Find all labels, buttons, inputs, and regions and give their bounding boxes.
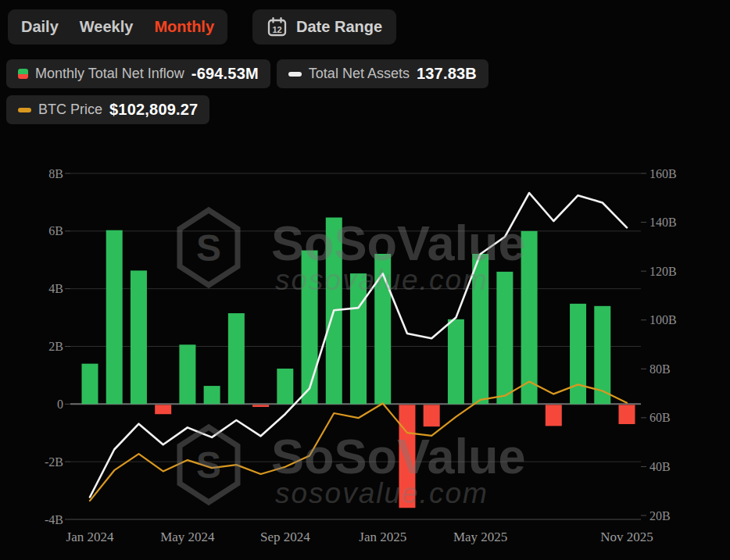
watermark-site: sosovalue.com (275, 264, 488, 296)
net-inflow-bar[interactable] (424, 405, 440, 426)
green-red-bar-icon (18, 69, 28, 79)
chart-legend: Monthly Total Net Inflow -694.53M Total … (6, 59, 488, 124)
cube-letter: S (196, 227, 221, 269)
x-axis-label: Jan 2024 (66, 530, 114, 544)
x-axis-label: May 2024 (160, 530, 215, 544)
legend-label: BTC Price (38, 102, 102, 118)
watermark-brand: SoSoValue (271, 216, 526, 270)
x-axis-label: Jan 2025 (359, 530, 406, 544)
net-inflow-bar[interactable] (252, 405, 269, 407)
net-inflow-bar[interactable] (277, 369, 293, 404)
right-axis-label: 20B (649, 509, 671, 523)
right-axis-label: 60B (649, 411, 671, 424)
net-inflow-bar[interactable] (179, 344, 195, 404)
left-axis-label: 0 (57, 398, 63, 411)
net-inflow-bar[interactable] (106, 230, 123, 405)
legend-value: -694.53M (191, 65, 259, 83)
net-inflow-bar[interactable] (619, 405, 635, 424)
calendar-day-number: 12 (272, 25, 281, 34)
interval-tab-group: Daily Weekly Monthly (8, 9, 227, 45)
right-axis-label: 40B (649, 460, 671, 473)
sosovalue-watermark: SSoSoValuesosovalue.com (180, 210, 526, 296)
right-axis-label: 80B (649, 362, 671, 376)
left-axis-label: 6B (48, 224, 63, 237)
right-axis-label: 160B (649, 167, 677, 180)
net-inflow-bar[interactable] (82, 364, 98, 405)
legend-label: Monthly Total Net Inflow (35, 66, 184, 82)
date-range-button[interactable]: 12 Date Range (252, 9, 396, 45)
watermark-brand: SoSoValue (271, 429, 526, 483)
left-axis-label: -4B (45, 513, 63, 526)
date-range-label: Date Range (296, 18, 382, 36)
calendar-icon: 12 (267, 16, 288, 37)
net-inflow-bar[interactable] (496, 272, 513, 404)
left-axis-label: 8B (48, 167, 63, 180)
legend-label: Total Net Assets (309, 66, 410, 82)
orange-dash-icon (18, 108, 31, 112)
tab-weekly[interactable]: Weekly (80, 18, 134, 36)
tab-daily[interactable]: Daily (21, 18, 59, 36)
tab-monthly[interactable]: Monthly (154, 18, 214, 36)
net-inflow-bar[interactable] (155, 405, 171, 414)
etf-flow-chart[interactable]: 8B6B4B2B0-2B-4B160B140B120B100B80B60B40B… (0, 152, 730, 560)
right-axis-label: 100B (649, 313, 677, 326)
legend-value: $102,809.27 (109, 101, 198, 119)
x-axis-label: Nov 2025 (600, 530, 653, 544)
net-inflow-bar[interactable] (204, 386, 220, 404)
legend-value: 137.83B (417, 65, 477, 83)
left-axis-label: 4B (48, 282, 63, 295)
white-dash-icon (288, 72, 302, 77)
right-axis-label: 140B (649, 216, 677, 229)
net-inflow-bar[interactable] (546, 405, 562, 426)
watermark-site: sosovalue.com (275, 477, 488, 509)
legend-item-net-inflow[interactable]: Monthly Total Net Inflow -694.53M (6, 59, 270, 88)
left-axis-label: 2B (48, 340, 63, 353)
net-inflow-bar[interactable] (448, 319, 464, 405)
legend-item-net-assets[interactable]: Total Net Assets 137.83B (277, 59, 488, 88)
sosovalue-watermark: SSoSoValuesosovalue.com (180, 427, 526, 509)
x-axis-label: May 2025 (453, 530, 507, 544)
legend-item-btc-price[interactable]: BTC Price $102,809.27 (6, 95, 209, 124)
chart-toolbar: Daily Weekly Monthly 12 Date Range (8, 9, 396, 45)
x-axis-label: Sep 2024 (260, 530, 310, 544)
net-inflow-bar[interactable] (228, 313, 245, 404)
net-inflow-bar[interactable] (570, 304, 586, 404)
net-inflow-bar[interactable] (131, 270, 147, 404)
right-axis-label: 120B (649, 265, 677, 278)
cube-letter: S (196, 444, 221, 486)
left-axis-label: -2B (45, 455, 63, 469)
